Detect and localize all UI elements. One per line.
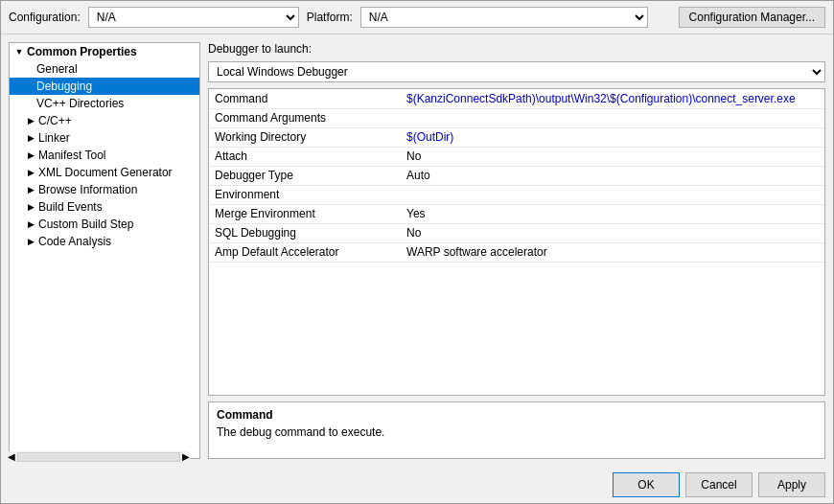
platform-select[interactable]: N/A [360, 7, 648, 28]
debugger-label: Debugger to launch: [208, 42, 312, 56]
prop-name-1: Command Arguments [209, 108, 401, 127]
prop-name-8: Amp Default Accelerator [209, 242, 401, 262]
prop-row-4[interactable]: Debugger TypeAuto [209, 166, 824, 185]
expand-icon-build: ▶ [25, 201, 36, 213]
right-panel: Debugger to launch: Local Windows Debugg… [208, 42, 825, 459]
properties-dialog: Configuration: N/A Platform: N/A Configu… [0, 0, 834, 504]
tree-item-manifest-tool[interactable]: ▶ Manifest Tool [10, 147, 199, 164]
tree-item-browse-info[interactable]: ▶ Browse Information [10, 181, 199, 198]
main-content: ▼ Common Properties General Debugging VC… [1, 34, 833, 467]
prop-row-3[interactable]: AttachNo [209, 147, 824, 166]
prop-value-2: $(OutDir) [401, 127, 824, 147]
tree-root-common-properties[interactable]: ▼ Common Properties [10, 43, 199, 60]
bottom-bar: OK Cancel Apply [1, 467, 833, 503]
prop-value-6: Yes [401, 204, 824, 223]
config-manager-button[interactable]: Configuration Manager... [679, 7, 825, 28]
debugger-select-row: Local Windows Debugger [208, 61, 825, 82]
prop-name-4: Debugger Type [209, 166, 401, 185]
prop-name-3: Attach [209, 147, 401, 166]
top-bar: Configuration: N/A Platform: N/A Configu… [1, 1, 833, 34]
prop-value-7: No [401, 223, 824, 242]
tree-item-code-analysis[interactable]: ▶ Code Analysis [10, 233, 199, 250]
properties-table: Command$(KanziConnectSdkPath)\output\Win… [209, 89, 824, 263]
prop-row-0[interactable]: Command$(KanziConnectSdkPath)\output\Win… [209, 89, 824, 108]
properties-area: Command$(KanziConnectSdkPath)\output\Win… [208, 88, 825, 396]
cancel-button[interactable]: Cancel [685, 472, 753, 497]
collapse-icon: ▼ [13, 46, 25, 57]
tree-item-general[interactable]: General [10, 60, 199, 78]
description-box: Command The debug command to execute. [208, 401, 825, 459]
expand-icon-linker: ▶ [25, 132, 36, 144]
config-label: Configuration: [9, 11, 81, 24]
description-title: Command [217, 408, 817, 422]
prop-row-6[interactable]: Merge EnvironmentYes [209, 204, 824, 223]
apply-button[interactable]: Apply [758, 472, 825, 497]
expand-icon-custom: ▶ [25, 218, 36, 230]
tree-item-linker[interactable]: ▶ Linker [10, 129, 199, 147]
prop-value-0: $(KanziConnectSdkPath)\output\Win32\$(Co… [401, 89, 824, 108]
prop-value-1 [401, 108, 824, 127]
prop-value-8: WARP software accelerator [401, 242, 824, 262]
prop-row-8[interactable]: Amp Default AcceleratorWARP software acc… [209, 242, 824, 262]
prop-value-3: No [401, 147, 824, 166]
expand-icon-cpp: ▶ [25, 115, 36, 126]
prop-name-6: Merge Environment [209, 204, 401, 223]
tree-item-cpp[interactable]: ▶ C/C++ [10, 112, 199, 129]
prop-name-7: SQL Debugging [209, 223, 401, 242]
tree-item-custom-build[interactable]: ▶ Custom Build Step [10, 216, 199, 233]
tree-item-vc-directories[interactable]: VC++ Directories [10, 95, 199, 112]
tree-root-label: Common Properties [27, 45, 137, 58]
prop-row-2[interactable]: Working Directory$(OutDir) [209, 127, 824, 147]
expand-icon-xml: ▶ [25, 167, 36, 178]
scroll-right-arrow[interactable]: ▶ [182, 451, 190, 459]
description-text: The debug command to execute. [217, 425, 817, 439]
prop-name-5: Environment [209, 185, 401, 204]
debugger-row: Debugger to launch: [208, 42, 825, 56]
configuration-select[interactable]: N/A [88, 7, 299, 28]
tree-item-build-events[interactable]: ▶ Build Events [10, 198, 199, 216]
platform-label: Platform: [307, 11, 353, 24]
prop-row-1[interactable]: Command Arguments [209, 108, 824, 127]
prop-value-5 [401, 185, 824, 204]
expand-icon-code: ▶ [25, 236, 36, 247]
prop-value-4: Auto [401, 166, 824, 185]
tree-item-debugging[interactable]: Debugging [10, 78, 199, 95]
debugger-select[interactable]: Local Windows Debugger [208, 61, 825, 82]
prop-row-5[interactable]: Environment [209, 185, 824, 204]
tree-children: General Debugging VC++ Directories ▶ C/C… [10, 60, 199, 250]
expand-icon-manifest: ▶ [25, 149, 36, 161]
expand-icon-browse: ▶ [25, 184, 36, 195]
prop-row-7[interactable]: SQL DebuggingNo [209, 223, 824, 242]
prop-name-2: Working Directory [209, 127, 401, 147]
ok-button[interactable]: OK [613, 472, 680, 497]
tree-item-xml-doc[interactable]: ▶ XML Document Generator [10, 164, 199, 181]
scroll-left-arrow[interactable]: ◀ [9, 451, 15, 459]
tree-panel: ▼ Common Properties General Debugging VC… [9, 42, 200, 459]
prop-name-0: Command [209, 89, 401, 108]
